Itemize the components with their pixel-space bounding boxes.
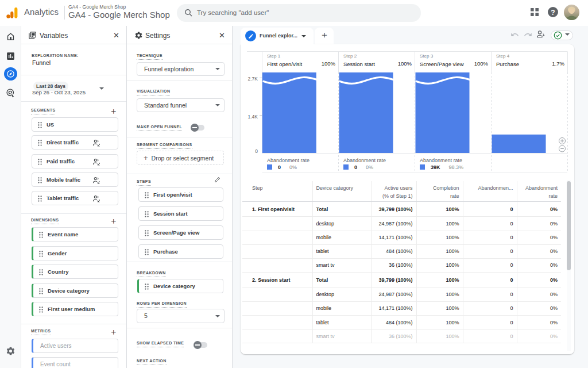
svg-text:?: ? [551,9,555,17]
